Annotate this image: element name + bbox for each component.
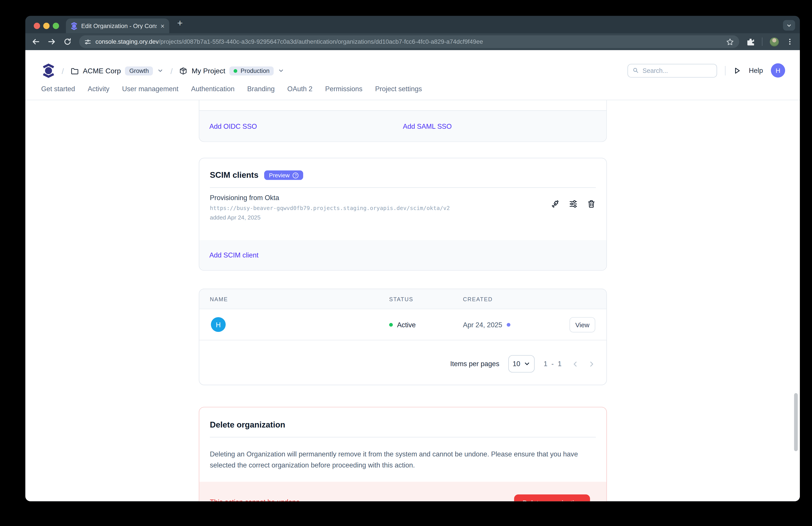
nav-branding[interactable]: Branding (247, 85, 275, 93)
browser-tab[interactable]: Edit Organization - Ory Console × (66, 18, 169, 33)
menu-dots-icon[interactable] (786, 38, 794, 46)
forward-icon[interactable] (47, 38, 56, 46)
site-settings-icon[interactable] (84, 38, 91, 45)
package-icon (179, 67, 188, 75)
nav-user-management[interactable]: User management (122, 85, 178, 93)
macos-maximize-button[interactable] (53, 23, 59, 29)
url-domain: console.staging.ory.dev (96, 39, 159, 45)
delete-organization-button[interactable]: Delete organization (514, 494, 590, 501)
back-icon[interactable] (31, 38, 40, 46)
breadcrumb: / ACME Corp Growth / My Project Producti… (42, 63, 284, 78)
scim-client-added-date: added Apr 24, 2025 (210, 214, 596, 221)
page-scroll-area[interactable]: Add OIDC SSO Add SAML SSO SCIM clients P… (25, 100, 800, 501)
row-avatar: H (211, 317, 226, 332)
created-date: Apr 24, 2025 (463, 321, 502, 329)
nav-permissions[interactable]: Permissions (325, 85, 362, 93)
search-icon (633, 67, 639, 74)
toolbar-divider (762, 38, 762, 46)
url-text: console.staging.ory.dev/projects/d087b7a… (96, 39, 722, 45)
url-path: /projects/d087b7a1-55f3-440c-a3c9-929564… (159, 39, 483, 45)
sliders-icon[interactable] (569, 199, 578, 209)
pagination: Items per pages 10 1 - 1 (450, 355, 595, 372)
macos-close-button[interactable] (34, 23, 40, 29)
scim-client-name: Provisioning from Okta (210, 194, 596, 202)
scim-clients-card: SCIM clients Preview ? Provisioning from… (199, 158, 607, 270)
status-dot (389, 323, 393, 327)
column-status: STATUS (389, 296, 414, 302)
chevron-down-icon (523, 360, 530, 367)
scim-client-url: https://busy-beaver-gqwvd0fb79.projects.… (210, 205, 596, 211)
add-oidc-sso-link[interactable]: Add OIDC SSO (209, 122, 257, 130)
bookmark-star-icon[interactable] (726, 38, 734, 46)
sso-card: Add OIDC SSO Add SAML SSO (199, 100, 607, 142)
preview-badge[interactable]: Preview ? (264, 170, 303, 180)
header-divider (725, 66, 725, 75)
web-content: / ACME Corp Growth / My Project Producti… (25, 50, 800, 501)
browser-profile-photo[interactable] (770, 37, 779, 46)
created-cell: Apr 24, 2025 (463, 321, 511, 329)
items-per-page-select[interactable]: 10 (508, 355, 535, 372)
view-button[interactable]: View (569, 317, 595, 332)
page-range: 1 - 1 (544, 360, 563, 368)
nav-authentication[interactable]: Authentication (191, 85, 234, 93)
search-box[interactable] (627, 63, 717, 77)
preview-badge-label: Preview (269, 172, 290, 179)
organization-table-card: NAME STATUS CREATED H Active Apr 24, 2 (199, 289, 607, 385)
tab-close-icon[interactable]: × (160, 23, 164, 29)
sso-card-footer: Add OIDC SSO Add SAML SSO (199, 111, 606, 142)
workspace-name: ACME Corp (83, 67, 121, 75)
env-status-dot (234, 69, 237, 73)
nav-activity[interactable]: Activity (88, 85, 109, 93)
danger-card-footer: This action cannot be undone. Delete org… (199, 482, 606, 501)
ory-logo[interactable] (42, 63, 55, 78)
scrollbar-thumb[interactable] (794, 393, 798, 451)
url-bar[interactable]: console.staging.ory.dev/projects/d087b7a… (79, 35, 739, 48)
nav-project-settings[interactable]: Project settings (375, 85, 422, 93)
play-icon[interactable] (734, 67, 741, 74)
scim-card-header: SCIM clients Preview ? (199, 158, 606, 180)
danger-warning-text: This action cannot be undone. (210, 498, 302, 501)
danger-card-title: Delete organization (210, 420, 285, 429)
scim-row-actions (551, 199, 596, 209)
extensions-icon[interactable] (747, 38, 755, 46)
column-created: CREATED (463, 296, 493, 302)
search-input[interactable] (642, 67, 712, 74)
project-switcher[interactable]: My Project Production (179, 66, 285, 75)
delete-organization-card: Delete organization Deleting an Organiza… (199, 407, 607, 501)
tab-search-button[interactable] (783, 20, 795, 31)
nav-get-started[interactable]: Get started (41, 85, 75, 93)
next-page-button[interactable] (588, 360, 595, 368)
danger-description: Deleting an Organization will permanentl… (199, 438, 589, 471)
folder-icon (71, 67, 79, 75)
add-saml-sso-link[interactable]: Add SAML SSO (403, 122, 452, 130)
env-badge-label: Production (241, 68, 270, 74)
sso-card-body (199, 100, 606, 111)
add-scim-client-link[interactable]: Add SCIM client (209, 251, 259, 259)
tab-title: Edit Organization - Ory Console (81, 23, 157, 29)
reload-icon[interactable] (63, 38, 72, 46)
chevron-down-icon (786, 23, 792, 28)
nav-oauth2[interactable]: OAuth 2 (287, 85, 313, 93)
new-tab-button[interactable]: + (177, 18, 183, 29)
macos-minimize-button[interactable] (43, 23, 50, 29)
plan-badge: Growth (125, 66, 153, 75)
created-indicator-dot (507, 323, 511, 327)
chevron-down-icon (278, 68, 285, 74)
breadcrumb-separator: / (170, 66, 173, 75)
workspace-switcher[interactable]: ACME Corp Growth (71, 66, 164, 75)
danger-card-header: Delete organization (199, 408, 606, 429)
user-avatar[interactable]: H (771, 63, 785, 78)
trash-icon[interactable] (587, 199, 596, 209)
app-header: / ACME Corp Growth / My Project Producti… (25, 50, 800, 100)
environment-badge: Production (230, 66, 274, 75)
screen: Edit Organization - Ory Console × + c (0, 0, 812, 526)
plug-icon[interactable] (551, 199, 560, 209)
table-row[interactable]: H Active Apr 24, 2025 View (199, 309, 606, 340)
items-per-page-label: Items per pages (450, 360, 499, 368)
previous-page-button[interactable] (571, 360, 579, 368)
browser-toolbar: console.staging.ory.dev/projects/d087b7a… (25, 33, 800, 50)
help-question-icon[interactable]: ? (293, 172, 299, 178)
help-link[interactable]: Help (749, 67, 763, 74)
scim-client-row: Provisioning from Okta https://busy-beav… (199, 188, 606, 221)
status-badge: Active (397, 321, 416, 329)
